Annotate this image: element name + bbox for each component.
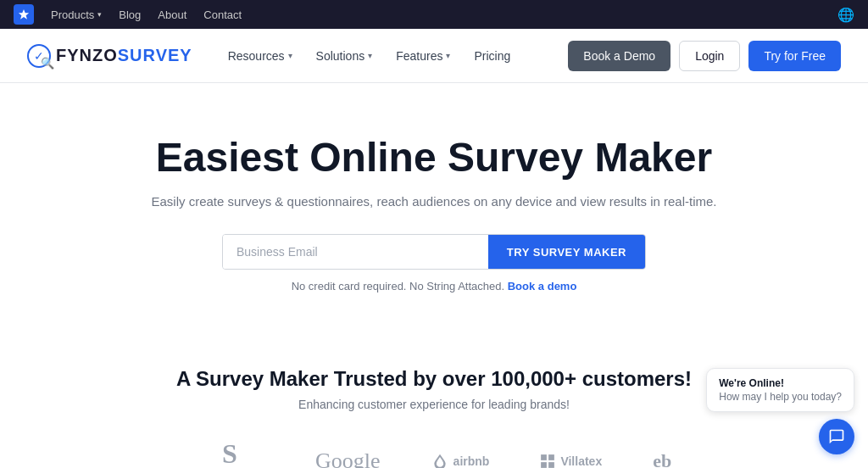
nav-features[interactable]: Features ▾	[386, 42, 460, 70]
chat-online-status: We're Online!	[719, 377, 842, 389]
book-demo-button[interactable]: Book a Demo	[568, 41, 670, 71]
email-input[interactable]	[223, 235, 488, 269]
try-survey-button[interactable]: TRY SURVEY MAKER	[488, 235, 645, 269]
brand-airbnb: airbnb	[431, 453, 490, 468]
hero-subtitle: Easily create surveys & questionnaires, …	[17, 194, 851, 209]
brand-eb: eb	[653, 450, 671, 468]
email-cta-container: TRY SURVEY MAKER	[222, 234, 646, 270]
chat-message: How may I help you today?	[719, 391, 842, 403]
topnav-contact[interactable]: Contact	[203, 8, 242, 21]
features-chevron-icon: ▾	[446, 51, 450, 60]
chat-icon	[828, 428, 845, 445]
fynzo-logo-top[interactable]	[14, 4, 34, 25]
brand-google: Google	[315, 448, 381, 468]
top-bar: Products ▾ Blog About Contact 🌐	[0, 0, 868, 29]
nav-pricing[interactable]: Pricing	[464, 42, 520, 70]
chat-widget: We're Online! How may I help you today?	[706, 368, 854, 454]
nav-solutions[interactable]: Solutions ▾	[306, 42, 383, 70]
brand-villatex: Villatex	[540, 454, 602, 468]
login-button[interactable]: Login	[679, 41, 740, 71]
topnav-about[interactable]: About	[158, 8, 186, 21]
products-arrow-icon: ▾	[97, 10, 102, 19]
svg-rect-1	[549, 454, 555, 460]
nav-links: Resources ▾ Solutions ▾ Features ▾ Prici…	[218, 42, 569, 70]
language-icon[interactable]: 🌐	[837, 7, 854, 23]
nav-actions: Book a Demo Login Try for Free	[568, 41, 841, 71]
brand-serenity: S SERENITY	[197, 438, 264, 468]
topnav-blog[interactable]: Blog	[119, 8, 141, 21]
nav-resources[interactable]: Resources ▾	[218, 42, 303, 70]
svg-rect-2	[542, 462, 548, 468]
topnav-products[interactable]: Products ▾	[51, 8, 102, 21]
book-demo-link[interactable]: Book a demo	[508, 280, 577, 292]
main-navigation: ✓ 🔍 FYNZOSURVEY Resources ▾ Solutions ▾ …	[0, 29, 868, 83]
try-free-button[interactable]: Try for Free	[748, 41, 841, 71]
resources-chevron-icon: ▾	[288, 51, 292, 60]
chat-bubble: We're Online! How may I help you today?	[706, 368, 854, 412]
solutions-chevron-icon: ▾	[368, 51, 372, 60]
svg-rect-3	[549, 462, 555, 468]
svg-rect-0	[542, 454, 548, 460]
logo[interactable]: ✓ 🔍 FYNZOSURVEY	[27, 44, 192, 68]
hero-title: Easiest Online Survey Maker	[17, 134, 851, 181]
logo-icon: ✓ 🔍	[27, 44, 51, 68]
hero-section: Easiest Online Survey Maker Easily creat…	[0, 83, 868, 326]
hero-footnote: No credit card required. No String Attac…	[17, 280, 851, 292]
logo-text: FYNZOSURVEY	[56, 46, 192, 65]
chat-open-button[interactable]	[819, 419, 854, 454]
